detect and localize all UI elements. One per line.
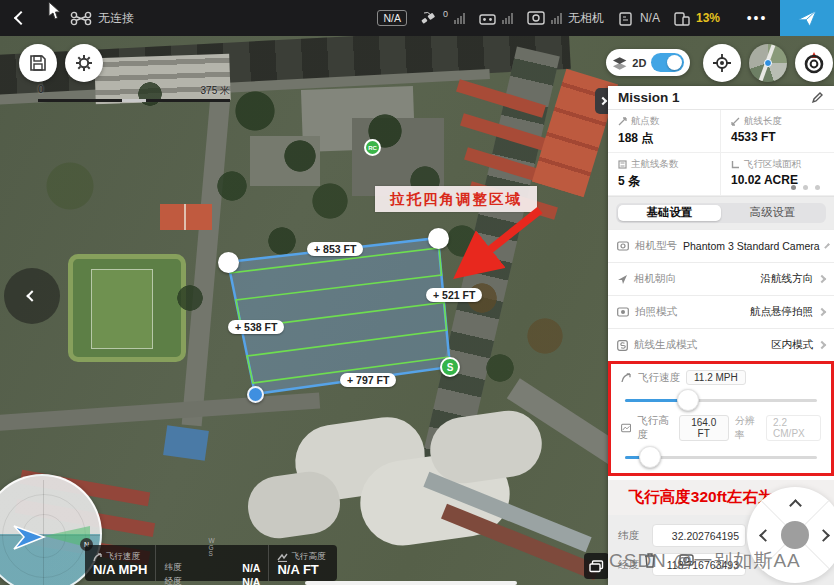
speed-icon (621, 372, 632, 383)
stats-pager-dots[interactable] (791, 185, 820, 190)
camera-status: 无相机 (568, 10, 604, 27)
chevron-left-icon (14, 11, 28, 25)
mission-title: Mission 1 (618, 90, 811, 105)
back-button[interactable] (0, 0, 42, 36)
mission-panel: Mission 1 航点数 188 点 航线长度 4533 FT 主航线条数 5… (608, 86, 834, 585)
takeoff-button[interactable] (780, 0, 834, 36)
app-screen: 无连接 N/A 0 无相机 N/A 13% ••• (0, 0, 834, 585)
more-menu-button[interactable]: ••• (734, 0, 780, 36)
camera-icon (527, 11, 545, 25)
scale-max: 375 米 (201, 84, 230, 98)
heading-icon (617, 274, 628, 285)
telemetry-speed: 飞行速度 N/A MPH (85, 545, 155, 581)
route-start-marker[interactable]: S (440, 357, 460, 377)
screenshot-button[interactable] (584, 553, 609, 579)
airplane-icon (796, 8, 818, 28)
map-mode-label: 2D (632, 57, 646, 69)
remote-controller-icon (479, 12, 496, 25)
gear-icon (74, 53, 94, 73)
setting-route-mode[interactable]: 航线生成模式 区内模式 (608, 328, 834, 361)
nudge-up-button[interactable] (789, 499, 802, 512)
edge-length-label: + 797 FT (340, 373, 396, 387)
area-ruler-icon (731, 160, 740, 169)
watermark: CSDN @一别如斯AA (609, 548, 801, 574)
chevron-right-icon (824, 243, 830, 249)
altitude-slider[interactable] (625, 456, 817, 459)
slider-thumb[interactable] (639, 446, 661, 468)
camera-status-group: 无相机 (527, 10, 604, 27)
settings-tabs: 基础设置 高级设置 (616, 203, 826, 224)
gps-signal-bars-icon (454, 13, 465, 24)
2d-toggle-switch[interactable] (651, 53, 684, 72)
mission-stats: 航点数 188 点 航线长度 4533 FT 主航线条数 5 条 飞行区域面积 … (608, 110, 834, 197)
connection-status: 无连接 (98, 10, 134, 27)
layers-icon (612, 56, 627, 70)
battery-status-icon (618, 11, 634, 26)
mouse-cursor (48, 2, 62, 20)
settings-button[interactable] (65, 44, 103, 82)
latitude-input[interactable]: 32.202764195 (652, 524, 746, 547)
stat-route-length: 航线长度 4533 FT (721, 110, 834, 153)
altitude-value: 164.0 FT (679, 415, 729, 441)
chevron-left-icon (26, 290, 37, 301)
dpad-center[interactable] (781, 521, 809, 549)
speed-icon (93, 552, 103, 562)
device-battery-group: 13% (674, 11, 720, 26)
telemetry-altitude: 飞行高度 N/A FT (268, 545, 333, 581)
stat-main-lines: 主航线条数 5 条 (608, 153, 721, 196)
rc-signal-group (479, 12, 513, 25)
resolution-value: 2.2 CM/PX (766, 415, 821, 441)
altitude-icon (277, 552, 288, 562)
polygon-corner-handle[interactable] (428, 228, 449, 249)
map-scale-bar: 0375 米 (38, 84, 230, 102)
chevron-right-icon (599, 97, 607, 105)
drone-icon (70, 11, 92, 26)
map-mode-toggle[interactable]: 2D (606, 49, 690, 76)
route-length-icon (731, 117, 740, 126)
mission-header: Mission 1 (608, 86, 834, 110)
photo-mode-icon (617, 307, 629, 317)
gps-signal-group: 0 (421, 11, 465, 25)
speed-slider-row: 飞行速度 11.2 MPH (611, 366, 831, 402)
satellite-count: 0 (443, 9, 448, 19)
edge-length-label: + 853 FT (307, 242, 363, 256)
save-icon (29, 54, 47, 72)
windows-stack-icon (589, 560, 604, 573)
top-status-bar: 无连接 N/A 0 无相机 N/A 13% ••• (0, 0, 834, 36)
altitude-icon (621, 423, 631, 433)
location-dot (764, 59, 772, 67)
altitude-slider-row: 飞行高度 164.0 FT 分辨率 2.2 CM/PX (611, 410, 831, 459)
collapse-left-handle[interactable] (4, 268, 60, 324)
scale-min: 0 (38, 84, 44, 98)
speed-slider[interactable] (625, 399, 817, 402)
locate-button[interactable] (703, 44, 741, 82)
compass-icon (802, 51, 826, 75)
save-mission-button[interactable] (19, 44, 57, 82)
edge-length-label: + 538 FT (228, 320, 284, 334)
edge-length-label: + 521 FT (426, 288, 482, 302)
telemetry-position: WGS 纬度N/A 经度N/A (155, 545, 268, 581)
speed-value: 11.2 MPH (686, 370, 746, 385)
slider-thumb[interactable] (677, 389, 699, 411)
nudge-right-button[interactable] (817, 529, 830, 542)
camera-icon (617, 241, 629, 251)
flight-battery-group: N/A (618, 11, 660, 26)
device-battery-icon (674, 11, 690, 26)
edit-pencil-icon[interactable] (811, 91, 824, 104)
polygon-corner-handle[interactable] (218, 252, 239, 273)
polygon-corner-handle[interactable] (247, 386, 264, 403)
map-layer-thumbnail-button[interactable] (749, 44, 787, 82)
compass-reset-button[interactable] (795, 44, 833, 82)
flight-status-value: N/A (640, 11, 660, 25)
tutorial-annotation: 拉托四角调整区域 (375, 186, 537, 212)
rc-signal-bars-icon (502, 13, 513, 24)
nudge-left-button[interactable] (759, 529, 772, 542)
setting-camera-model[interactable]: 相机型号 Phantom 3 Standard Camera (608, 229, 834, 262)
setting-photo-mode[interactable]: 拍照模式 航点悬停拍照 (608, 295, 834, 328)
tab-basic-settings[interactable]: 基础设置 (618, 205, 721, 222)
tab-advanced-settings[interactable]: 高级设置 (721, 205, 824, 222)
resolution-label: 分辨率 (735, 414, 760, 442)
setting-camera-heading[interactable]: 相机朝向 沿航线方向 (608, 262, 834, 295)
flight-mode-badge: N/A (377, 10, 407, 26)
camera-signal-bars-icon (551, 13, 562, 24)
